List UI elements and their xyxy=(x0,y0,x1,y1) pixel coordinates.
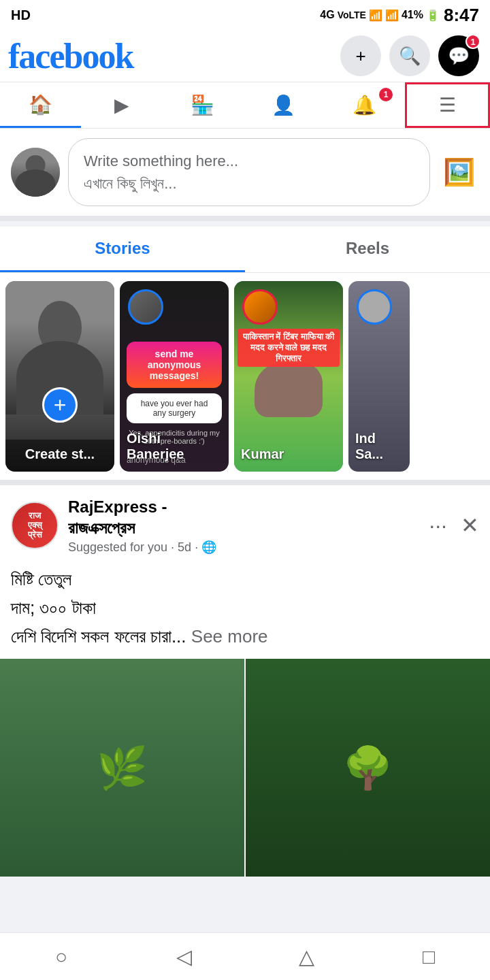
signal-label: 4G xyxy=(320,9,334,21)
see-more-link[interactable]: See more xyxy=(191,626,268,647)
page-name: RajExpress - রাজএক্সপ্রেস xyxy=(68,496,419,538)
raj-express-avatar: राजएक्स्प्रेस xyxy=(11,502,59,549)
video-icon: ▶ xyxy=(114,94,129,116)
add-button[interactable]: + xyxy=(340,35,381,76)
create-story-label: Create st... xyxy=(5,440,114,472)
header: facebook + 🔍 💬 1 xyxy=(0,30,490,82)
status-icons: 4G VoLTE 📶 📶 41% 🔋 xyxy=(320,9,440,22)
tab-notifications[interactable]: 🔔 1 xyxy=(324,82,405,128)
bottom-nav: ○ ◁ △ □ xyxy=(0,932,490,980)
tab-reels[interactable]: Reels xyxy=(245,227,490,272)
user-avatar xyxy=(11,148,60,197)
post-image: 🌿 🌳 xyxy=(0,659,490,877)
back-icon: ◁ xyxy=(176,945,192,968)
news-post: राजएक्स्प्रेस RajExpress - রাজএক্সপ্রেস … xyxy=(0,485,490,877)
messenger-badge: 1 xyxy=(466,34,480,49)
photo-button[interactable]: 🖼️ xyxy=(438,152,479,193)
messenger-icon: 💬 xyxy=(448,46,470,67)
circle-icon: ○ xyxy=(55,945,67,968)
anon-title: send me anonymous messages! xyxy=(127,342,222,388)
post-input[interactable]: Write something here... এখানে কিছু লিখুন… xyxy=(68,138,430,206)
story-ind[interactable]: Ind Sa... xyxy=(348,281,410,472)
status-right-group: 4G VoLTE 📶 📶 41% 🔋 8:47 xyxy=(320,5,479,26)
hindi-text: पाकिस्तान में टिंबर माफिया की मदद करने व… xyxy=(238,329,340,367)
search-button[interactable]: 🔍 xyxy=(389,35,430,76)
anon-question: have you ever had any surgery xyxy=(127,393,222,423)
content-tabs: Stories Reels xyxy=(0,227,490,273)
post-actions: ··· ✕ xyxy=(429,512,479,538)
nav-back-button[interactable]: ◁ xyxy=(163,936,204,977)
post-body: মিষ্টি তেতুল দাম; ৩০০ টাকা দেশি বিদেশি স… xyxy=(0,560,490,659)
recents-icon: □ xyxy=(423,945,435,968)
photo-icon: 🖼️ xyxy=(443,157,475,187)
tab-stories[interactable]: Stories xyxy=(0,227,245,272)
profile-icon: 👤 xyxy=(272,94,295,116)
home-icon: 🏠 xyxy=(29,93,52,116)
post-img-right: 🌳 xyxy=(246,659,490,877)
time-label: 8:47 xyxy=(444,5,479,26)
signal-bars-icon: 📶 xyxy=(369,9,382,22)
story-kumar[interactable]: पाकिस्तान में टिंबर माफिया की मदद करने व… xyxy=(234,281,343,472)
tab-profile[interactable]: 👤 xyxy=(243,82,324,128)
stories-row: + Create st... send me anonymous message… xyxy=(0,273,490,485)
nav-home-button[interactable]: △ xyxy=(286,936,327,977)
story-plus-icon: + xyxy=(42,387,78,423)
menu-icon: ☰ xyxy=(439,94,456,116)
anon-label: anonymous q&a xyxy=(127,455,186,465)
raj-logo-text: राजएक्स्प्रेस xyxy=(28,511,42,540)
header-actions: + 🔍 💬 1 xyxy=(340,35,479,76)
volte-label: VoLTE xyxy=(338,10,366,20)
oishi-avatar xyxy=(128,289,163,325)
post-text: মিষ্টি তেতুল দাম; ৩০০ টাকা দেশি বিদেশি স… xyxy=(11,569,186,646)
plant-icon-left: 🌿 xyxy=(97,744,148,792)
tab-home[interactable]: 🏠 xyxy=(0,82,81,128)
ind-avatar xyxy=(357,289,392,325)
kumar-avatar xyxy=(242,289,278,325)
post-meta: RajExpress - রাজএক্সপ্রেস Suggested for … xyxy=(68,496,419,555)
nav-tabs: 🏠 ▶ 🏪 👤 🔔 1 ☰ xyxy=(0,82,490,129)
marketplace-icon: 🏪 xyxy=(191,94,214,116)
messenger-button[interactable]: 💬 1 xyxy=(438,35,479,76)
tab-menu[interactable]: ☰ xyxy=(405,82,490,128)
ind-name: Ind Sa... xyxy=(355,431,403,462)
post-suggested: Suggested for you · 5d · 🌐 xyxy=(68,540,419,555)
close-post-button[interactable]: ✕ xyxy=(461,512,479,538)
sim-icon: 📶 xyxy=(385,9,399,22)
plant-icon-right: 🌳 xyxy=(342,744,393,792)
bell-icon: 🔔 xyxy=(353,94,376,116)
search-icon: 🔍 xyxy=(399,46,421,67)
story-oishi[interactable]: send me anonymous messages! have you eve… xyxy=(120,281,229,472)
nav-circle-button[interactable]: ○ xyxy=(41,936,82,977)
home-nav-icon: △ xyxy=(299,945,314,968)
tab-video[interactable]: ▶ xyxy=(81,82,162,128)
status-hd-label: HD xyxy=(11,7,31,23)
post-bar: Write something here... এখানে কিছু লিখুন… xyxy=(0,129,490,221)
battery-icon: 🔋 xyxy=(426,9,440,22)
kumar-name: Kumar xyxy=(241,446,336,462)
facebook-logo: facebook xyxy=(8,36,133,76)
reels-label: Reels xyxy=(346,239,389,257)
story-create[interactable]: + Create st... xyxy=(5,281,114,472)
plus-icon: + xyxy=(355,46,365,67)
post-placeholder: Write something here... এখানে কিছু লিখুন… xyxy=(84,152,238,192)
stories-label: Stories xyxy=(95,239,150,257)
nav-recents-button[interactable]: □ xyxy=(408,936,449,977)
tab-marketplace[interactable]: 🏪 xyxy=(162,82,243,128)
post-header: राजएक्स्प्रेस RajExpress - রাজএক্সপ্রেস … xyxy=(0,485,490,560)
post-img-left: 🌿 xyxy=(0,659,246,877)
notifications-badge: 1 xyxy=(379,88,393,101)
more-options-button[interactable]: ··· xyxy=(429,513,447,538)
status-bar: HD 4G VoLTE 📶 📶 41% 🔋 8:47 xyxy=(0,0,490,30)
battery-label: 41% xyxy=(402,9,423,21)
